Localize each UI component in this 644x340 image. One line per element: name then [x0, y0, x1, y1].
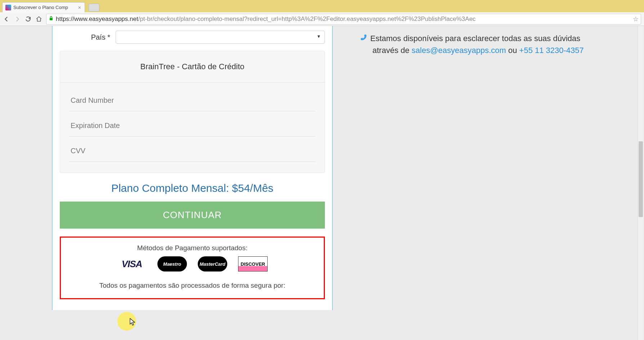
country-label: País * [60, 33, 116, 41]
country-row: País * [60, 31, 325, 44]
contact-text-1: Estamos disponíveis para esclarecer toda… [370, 34, 580, 43]
lock-icon [49, 16, 54, 22]
back-icon[interactable] [3, 16, 10, 23]
phone-icon [360, 32, 367, 44]
scrollbar-thumb[interactable] [639, 141, 643, 217]
checkout-form: País * BrainTree - Cartão de Crédito Pla… [52, 26, 333, 310]
new-tab-button[interactable] [89, 4, 99, 12]
tab-strip: Subscrever o Plano Comp × [0, 0, 644, 12]
address-bar[interactable]: https://www.easyeasyapps.net /pt-br/chec… [46, 14, 641, 25]
visa-icon: VISA [117, 256, 147, 271]
close-tab-icon[interactable]: × [77, 5, 82, 10]
country-select[interactable] [116, 31, 325, 44]
continue-button[interactable]: CONTINUAR [60, 202, 325, 229]
card-number-input[interactable] [69, 86, 316, 111]
contact-email-link[interactable]: sales@easyeasyapps.com [412, 46, 506, 55]
mastercard-icon: MasterCard [198, 256, 227, 271]
favicon-icon [5, 5, 11, 10]
home-icon[interactable] [35, 16, 43, 23]
svg-rect-0 [50, 18, 53, 20]
discover-icon: DISCOVER [238, 256, 268, 271]
tab-title: Subscrever o Plano Comp [13, 5, 77, 10]
methods-title: Métodos de Pagamento suportados: [64, 244, 320, 252]
forward-icon[interactable] [14, 16, 21, 23]
contact-text-2a: através de [372, 46, 412, 55]
cards-row: VISA Maestro MasterCard DISCOVER [64, 256, 320, 271]
payment-methods-box: Métodos de Pagamento suportados: VISA Ma… [60, 237, 325, 299]
maestro-icon: Maestro [157, 256, 187, 271]
url-host: https://www.easyeasyapps.net [56, 16, 138, 23]
browser-toolbar: https://www.easyeasyapps.net /pt-br/chec… [0, 12, 644, 26]
payment-title: BrainTree - Cartão de Crédito [60, 51, 325, 83]
secure-line: Todos os pagamentos são processados de f… [64, 282, 320, 290]
vertical-scrollbar[interactable] [638, 26, 644, 340]
cursor-icon [130, 318, 135, 328]
contact-phone-link[interactable]: +55 11 3230-4357 [519, 46, 584, 55]
payment-box: BrainTree - Cartão de Crédito [60, 51, 325, 173]
page-viewport: País * BrainTree - Cartão de Crédito Pla… [0, 26, 644, 340]
bookmark-star-icon[interactable]: ☆ [633, 15, 639, 23]
plan-summary: Plano Completo Mensal: $54/Mês [60, 182, 325, 194]
url-path: /pt-br/checkout/plano-completo-mensal?re… [138, 16, 476, 23]
reload-icon[interactable] [24, 16, 32, 23]
browser-tab[interactable]: Subscrever o Plano Comp × [2, 2, 85, 12]
card-fields [60, 83, 325, 162]
contact-info: Estamos disponíveis para esclarecer toda… [360, 32, 630, 56]
expiration-input[interactable] [69, 111, 316, 137]
contact-text-2b: ou [506, 46, 519, 55]
cvv-input[interactable] [69, 137, 316, 162]
